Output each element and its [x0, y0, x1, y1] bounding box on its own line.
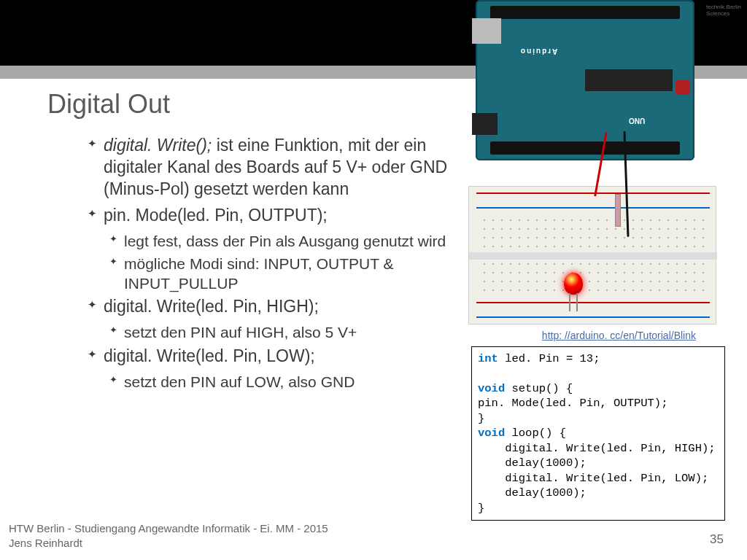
code-text: setup() {	[505, 382, 573, 395]
code-text: }	[478, 502, 484, 515]
code-text: digital. Write(led. Pin, LOW);	[478, 472, 708, 485]
red-led	[564, 273, 583, 295]
footer-line-2: Jens Reinhardt	[9, 536, 328, 551]
pin-header-top	[490, 6, 680, 19]
slide-title: Digital Out	[47, 89, 170, 120]
bullet-pinmode: pin. Mode(led. Pin, OUTPUT);	[88, 205, 452, 227]
keyword-void: void	[478, 427, 505, 440]
sub-bullet: setzt den PIN auf HIGH, also 5 V+	[109, 322, 452, 342]
usb-port	[472, 18, 501, 44]
code-block: int led. Pin = 13; void setup() { pin. M…	[471, 346, 725, 521]
arduino-label: Arduino	[519, 47, 557, 55]
arduino-board: UNO Arduino	[476, 0, 694, 160]
content-area: digital. Write(); ist eine Funktion, mit…	[88, 135, 452, 394]
code-text: loop() {	[505, 427, 566, 440]
sub-bullet: legt fest, dass der Pin als Ausgang genu…	[109, 231, 452, 251]
ground-rail	[476, 316, 710, 318]
code-text: pin. Mode(led. Pin, OUTPUT);	[478, 397, 667, 410]
sub-bullet: mögliche Modi sind: INPUT, OUTPUT & INPU…	[109, 254, 452, 294]
bullet-write-high: digital. Write(led. Pin, HIGH);	[88, 296, 452, 318]
breadboard-divider	[469, 252, 717, 260]
code-text: }	[478, 412, 484, 425]
pin-header-bottom	[490, 141, 680, 155]
footer-line-1: HTW Berlin - Studiengang Angewandte Info…	[9, 521, 328, 536]
code-text: led. Pin = 13;	[498, 352, 600, 365]
power-rail	[476, 192, 710, 194]
code-text: delay(1000);	[478, 456, 587, 470]
breadboard	[468, 186, 716, 324]
page-number: 35	[710, 532, 724, 547]
code-text: digital. Write(led. Pin, HIGH);	[478, 442, 716, 455]
arduino-breadboard-image: UNO Arduino	[468, 0, 716, 328]
resistor	[615, 194, 621, 227]
bullet-digitalwrite: digital. Write(); ist eine Funktion, mit…	[88, 135, 452, 201]
keyword-void: void	[478, 382, 505, 395]
power-jack	[472, 113, 498, 135]
keyword-int: int	[478, 352, 498, 365]
code-text: delay(1000);	[478, 486, 587, 499]
tutorial-link[interactable]: http: //arduino. cc/en/Tutorial/Blink	[542, 330, 696, 341]
ground-rail	[476, 207, 710, 209]
power-rail	[476, 302, 710, 303]
sub-bullet: setzt den PIN auf LOW, also GND	[109, 372, 452, 392]
bullet-write-low: digital. Write(led. Pin, LOW);	[88, 346, 452, 368]
reset-button	[676, 80, 690, 95]
footer: HTW Berlin - Studiengang Angewandte Info…	[9, 521, 328, 550]
fn-name: digital. Write();	[104, 136, 212, 155]
microcontroller-chip	[585, 69, 673, 91]
uno-label: UNO	[629, 117, 645, 125]
